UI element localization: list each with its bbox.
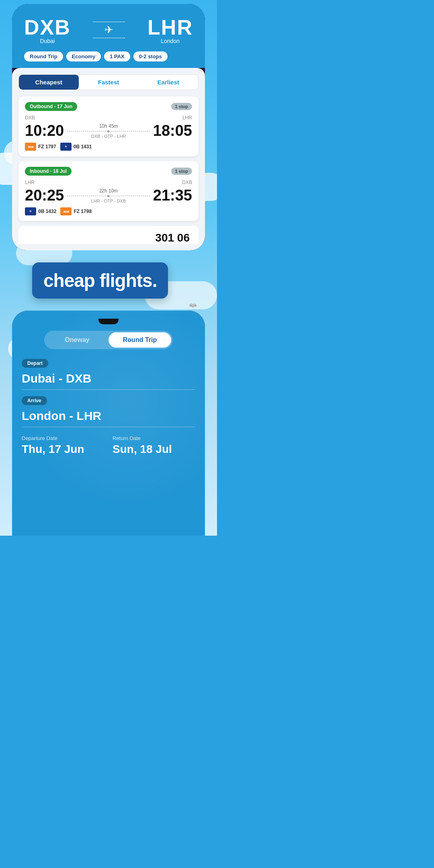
outbound-times: 10:20 10h 45m DXB - OTP - LHR 18:05: [25, 122, 192, 139]
arrive-label: Arrive: [22, 396, 47, 405]
route-dot-2: [107, 195, 110, 197]
tags-row: Round Trip Economy 1 PAX 0-2 stops: [20, 47, 197, 68]
cheap-flights-text: cheap flights.: [43, 270, 157, 291]
flydubai-logo-2: dubai: [60, 207, 72, 215]
outbound-origin-small: DXB: [25, 115, 35, 121]
plane-line2: [93, 38, 125, 38]
partial-price: 301 06: [25, 231, 192, 244]
outbound-airline2: ✈ 0B 1431: [60, 143, 92, 151]
tab-earliest[interactable]: Earliest: [138, 75, 198, 90]
outbound-route-stops: DXB - OTP - LHR: [67, 134, 150, 139]
depart-label: Depart: [22, 359, 48, 368]
depart-value[interactable]: Dubai - DXB: [22, 370, 195, 390]
line-dash-2: [111, 131, 150, 131]
results-area: Cheapest Fastest Earliest Outbound - 17 …: [12, 68, 205, 250]
middle-section: cheap flights.: [0, 250, 217, 307]
depart-field-group: Depart Dubai - DXB: [22, 359, 195, 390]
outbound-label: Outbound - 17 Jun: [25, 102, 77, 111]
outbound-route-line: [67, 130, 150, 133]
inbound-flight2-code: FZ 1798: [74, 209, 92, 214]
inbound-header: Inbound - 18 Jul 1 stop: [25, 167, 192, 176]
outbound-segment[interactable]: Outbound - 17 Jun 1 stop DXB LHR 10:20 1…: [18, 96, 199, 156]
tag-pax[interactable]: 1 PAX: [104, 51, 130, 61]
outbound-route-info: 10h 45m DXB - OTP - LHR: [64, 123, 153, 139]
toggle-round-trip[interactable]: Round Trip: [108, 332, 171, 348]
phone-top-header: DXB Dubai ✈ LHR London Round Trip Econom…: [12, 4, 205, 68]
outbound-arrive-time: 18:05: [153, 122, 192, 139]
dates-row: Departure Date Thu, 17 Jun Return Date S…: [22, 435, 195, 456]
tag-stops[interactable]: 0-2 stops: [133, 51, 168, 61]
plane-line: [93, 22, 125, 22]
return-date-group: Return Date Sun, 18 Jul: [113, 435, 195, 456]
phone-top: DXB Dubai ✈ LHR London Round Trip Econom…: [12, 4, 205, 250]
inbound-flight1-code: 0B 1432: [38, 209, 56, 214]
arrive-value[interactable]: London - LHR: [22, 407, 195, 427]
outbound-airports-small: DXB LHR: [25, 115, 192, 121]
departure-date-label: Departure Date: [22, 435, 104, 441]
inbound-depart-time: 20:25: [25, 187, 64, 204]
outbound-stop-badge: 1 stop: [171, 103, 192, 110]
tab-cheapest[interactable]: Cheapest: [19, 75, 79, 90]
inbound-label: Inbound - 18 Jul: [25, 167, 72, 176]
departure-date-value[interactable]: Thu, 17 Jun: [22, 443, 104, 456]
outbound-header: Outbound - 17 Jun 1 stop: [25, 102, 192, 111]
inbound-stop-badge: 1 stop: [171, 168, 192, 175]
inbound-airline2: dubai FZ 1798: [60, 207, 92, 215]
phone-notch: [98, 319, 119, 324]
plane-icon: ✈: [93, 22, 125, 38]
flydubai-logo-1: dubai: [25, 143, 36, 151]
return-date-label: Return Date: [113, 435, 195, 441]
outbound-airlines: dubai FZ 1797 ✈ 0B 1431: [25, 143, 192, 151]
tab-fastest[interactable]: Fastest: [79, 75, 139, 90]
partial-price-bar: 301 06: [18, 226, 199, 244]
outbound-duration: 10h 45m: [67, 123, 150, 129]
inbound-duration: 22h 10m: [67, 188, 150, 194]
tabs-row: Cheapest Fastest Earliest: [18, 74, 199, 90]
departure-date-group: Departure Date Thu, 17 Jun: [22, 435, 104, 456]
inbound-airports-small: LHR DXB: [25, 180, 192, 185]
airport-row: DXB Dubai ✈ LHR London: [20, 12, 197, 47]
tag-cabin[interactable]: Economy: [66, 51, 101, 61]
tag-round-trip[interactable]: Round Trip: [24, 51, 63, 61]
dest-code: LHR: [147, 15, 193, 39]
line-dash-1: [67, 131, 106, 131]
origin-group: DXB Dubai: [24, 15, 71, 44]
toggle-oneway[interactable]: Oneway: [46, 332, 108, 348]
dest-group: LHR London: [147, 15, 193, 44]
trip-type-toggle[interactable]: Oneway Round Trip: [44, 331, 173, 349]
phone-bottom-inner: Oneway Round Trip Depart Dubai - DXB Arr…: [12, 311, 205, 536]
route-dot: [107, 130, 110, 133]
inbound-airline1: ✈ 0B 1432: [25, 207, 56, 215]
inbound-times: 20:25 22h 10m LHR - OTP - DXB 21:35: [25, 187, 192, 204]
blue-logo-2: ✈: [25, 207, 36, 215]
line-dash-4: [111, 196, 150, 196]
origin-code: DXB: [24, 15, 71, 39]
inbound-origin-small: LHR: [25, 180, 35, 185]
outbound-flight1-code: FZ 1797: [38, 144, 56, 149]
blue-logo-1: ✈: [60, 143, 72, 151]
phone-bottom: Oneway Round Trip Depart Dubai - DXB Arr…: [12, 311, 205, 536]
outbound-flight2-code: 0B 1431: [74, 144, 92, 149]
inbound-route-stops: LHR - OTP - DXB: [67, 199, 150, 203]
inbound-route-info: 22h 10m LHR - OTP - DXB: [64, 188, 153, 203]
line-dash-3: [67, 196, 106, 196]
cheap-flights-badge: cheap flights.: [32, 262, 168, 299]
arrive-field-group: Arrive London - LHR: [22, 396, 195, 427]
outbound-dest-small: LHR: [182, 115, 192, 121]
inbound-dest-small: DXB: [182, 180, 192, 185]
outbound-depart-time: 10:20: [25, 122, 64, 139]
outbound-airline1: dubai FZ 1797: [25, 143, 56, 151]
inbound-airlines: ✈ 0B 1432 dubai FZ 1798: [25, 207, 192, 215]
inbound-route-line: [67, 195, 150, 197]
inbound-arrive-time: 21:35: [153, 187, 192, 204]
return-date-value[interactable]: Sun, 18 Jul: [113, 443, 195, 456]
inbound-segment[interactable]: Inbound - 18 Jul 1 stop LHR DXB 20:25 22…: [18, 161, 199, 221]
